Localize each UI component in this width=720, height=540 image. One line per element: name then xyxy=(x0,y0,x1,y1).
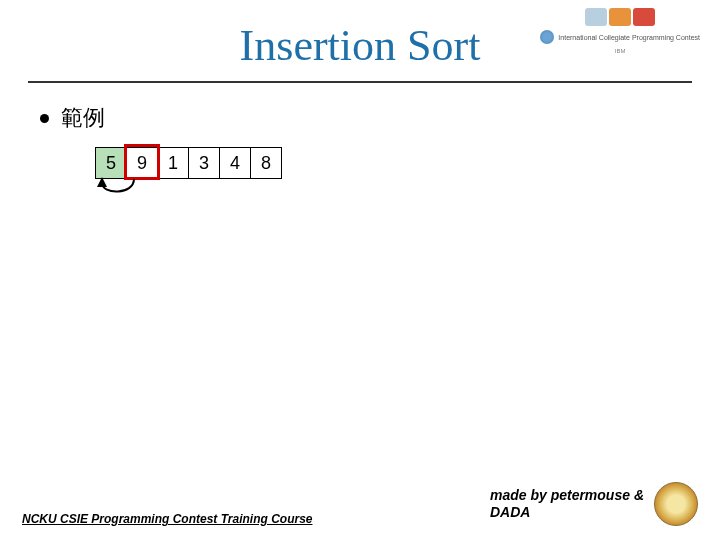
credit-line1: made by petermouse & xyxy=(490,487,644,504)
acm-icon xyxy=(540,30,554,44)
header-logo-block: International Collegiate Programming Con… xyxy=(540,8,700,54)
logo-sponsor: IBM xyxy=(615,48,626,54)
logo-tile xyxy=(585,8,607,26)
ncku-badge-icon xyxy=(654,482,698,526)
array-cell: 5 xyxy=(95,147,127,179)
credit-line2: DADA xyxy=(490,504,644,521)
array-cell: 9 xyxy=(126,147,158,179)
bullet-label: 範例 xyxy=(61,103,105,133)
logo-tiles xyxy=(585,8,655,26)
array-row: 591348 xyxy=(96,147,680,179)
logo-text: International Collegiate Programming Con… xyxy=(558,34,700,41)
example-bullet: 範例 xyxy=(40,103,680,133)
logo-tile xyxy=(609,8,631,26)
array-cell: 8 xyxy=(250,147,282,179)
bullet-icon xyxy=(40,114,49,123)
logo-acm-row: International Collegiate Programming Con… xyxy=(540,30,700,44)
content-area: 範例 591348 xyxy=(0,83,720,199)
array-cell: 1 xyxy=(157,147,189,179)
svg-marker-0 xyxy=(97,177,107,187)
array-cell: 4 xyxy=(219,147,251,179)
footer-right: made by petermouse & DADA xyxy=(490,482,698,526)
footer: NCKU CSIE Programming Contest Training C… xyxy=(22,482,698,526)
swap-arrow-icon xyxy=(90,177,150,207)
footer-credit: made by petermouse & DADA xyxy=(490,487,644,521)
logo-tile xyxy=(633,8,655,26)
footer-course: NCKU CSIE Programming Contest Training C… xyxy=(22,512,312,526)
array-cell: 3 xyxy=(188,147,220,179)
